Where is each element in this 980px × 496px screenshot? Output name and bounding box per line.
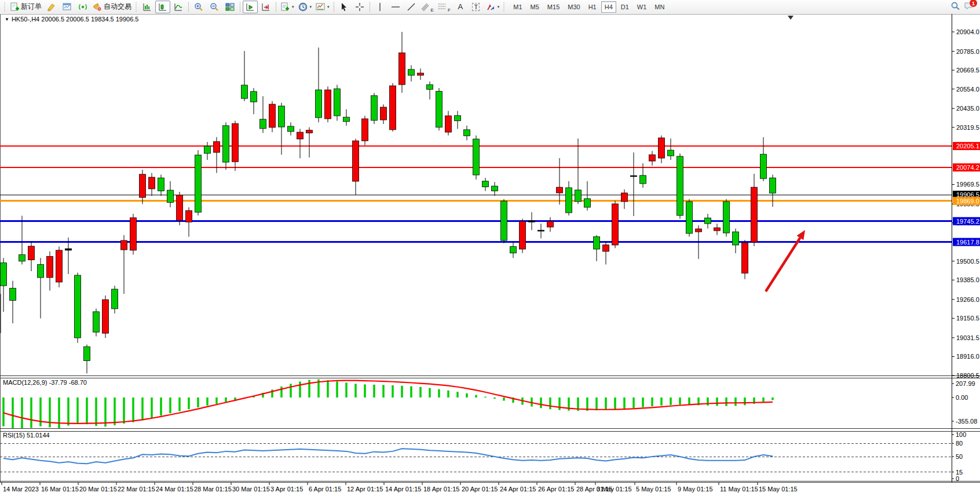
macd-bar (429, 388, 431, 397)
candle (436, 88, 443, 130)
price-tick-label: 19969.5 (956, 181, 979, 188)
macd-bar (354, 384, 357, 397)
text-tool-button[interactable]: A (453, 1, 468, 13)
chevron-down-icon: ▾ (327, 5, 330, 9)
macd-bar (160, 397, 162, 415)
cursor-button[interactable] (337, 1, 352, 13)
fibonacci-tool-button[interactable]: F (436, 1, 452, 13)
chart-shift-button[interactable] (258, 1, 273, 13)
macd-bar (734, 397, 737, 406)
candle (723, 199, 730, 237)
symbol-dropdown-icon[interactable]: ▼ (5, 17, 9, 22)
macd-bar (475, 395, 477, 397)
auto-scroll-button[interactable] (243, 1, 258, 13)
timeframe-m15[interactable]: M15 (544, 1, 563, 13)
chart-window-button[interactable] (60, 1, 75, 13)
macd-bar (336, 381, 338, 397)
channel-tool-button[interactable]: E (419, 1, 436, 13)
candle (195, 150, 202, 216)
timeframe-m5[interactable]: M5 (527, 1, 543, 13)
macd-bar (382, 385, 385, 397)
macd-bar (178, 397, 181, 411)
chart-plot[interactable]: 20904.020785.020669.520554.020435.020319… (0, 13, 980, 496)
macd-bar (716, 397, 718, 406)
template-icon (316, 2, 325, 12)
zoom-in-icon (194, 2, 203, 12)
macd-bar (762, 397, 765, 402)
time-label: 3 May 01:15 (597, 486, 632, 493)
trendline-tool-button[interactable] (404, 1, 419, 13)
zoom-in-button[interactable] (191, 1, 206, 13)
macd-bar (30, 397, 32, 428)
price-line-label: 20074.2 (956, 164, 979, 171)
macd-bar (392, 385, 394, 397)
candle (334, 85, 341, 121)
label-tool-button[interactable]: T (469, 1, 484, 13)
toolbar-right-group: 1 (950, 1, 978, 13)
macd-bar (132, 397, 134, 422)
zoom-out-button[interactable] (207, 1, 222, 13)
macd-bar (67, 397, 70, 425)
signal-button[interactable] (75, 1, 90, 13)
toolbar-separator (240, 2, 240, 12)
clock-icon (298, 2, 308, 12)
macd-bar (707, 397, 709, 406)
timeframe-d1[interactable]: D1 (617, 1, 632, 13)
vertical-line-icon (376, 2, 384, 12)
candle (371, 93, 378, 124)
time-label: 3 Apr 01:15 (270, 486, 303, 493)
highlighter-button[interactable] (44, 1, 59, 13)
notifications-button[interactable]: 1 (964, 1, 974, 12)
periods-button[interactable]: ▾ (297, 1, 314, 13)
vertical-line-tool-button[interactable] (372, 1, 387, 13)
macd-bar (188, 397, 190, 409)
tile-windows-button[interactable] (222, 1, 237, 13)
horizontal-line-tool-button[interactable] (388, 1, 403, 13)
arrows-tool-button[interactable]: ▾ (484, 1, 502, 13)
chevron-down-icon: ▾ (310, 5, 312, 9)
timeframe-m1[interactable]: M1 (510, 1, 525, 13)
macd-bar (215, 397, 218, 404)
timeframe-mn[interactable]: MN (651, 1, 668, 13)
auto-trading-button[interactable]: 自动交易 (91, 1, 133, 13)
search-icon[interactable] (950, 1, 960, 13)
macd-bar (503, 397, 505, 401)
price-tick-label: 19500.5 (956, 258, 979, 265)
line-chart-type-button[interactable] (171, 1, 186, 13)
chart-window-icon (63, 2, 72, 12)
time-label: 9 May 01:15 (678, 486, 713, 493)
price-tick-label: 19266.0 (956, 296, 979, 303)
macd-bar (632, 397, 635, 408)
candlestick-chart-type-button[interactable] (155, 1, 170, 13)
timeframe-h1[interactable]: H1 (585, 1, 600, 13)
macd-bar (12, 397, 14, 428)
time-label: 24 Apr 01:15 (500, 486, 536, 493)
macd-bar (345, 382, 348, 397)
macd-bar (419, 387, 422, 397)
macd-bar (225, 397, 227, 402)
indicators-button[interactable]: ▾ (279, 1, 296, 13)
auto-trading-label: 自动交易 (104, 2, 131, 12)
bar-chart-type-button[interactable] (140, 1, 155, 13)
macd-bar (456, 392, 459, 397)
macd-bar (484, 397, 487, 397)
candle (742, 240, 748, 279)
chart-canvas[interactable]: 20904.020785.020669.520554.020435.020319… (0, 13, 980, 496)
macd-bar (558, 397, 561, 410)
candle (686, 199, 693, 237)
rsi-scale-label: 80 (956, 440, 963, 447)
toolbar-separator (370, 2, 370, 12)
rsi-scale-label: 50 (956, 453, 963, 460)
toolbar-grip (3, 2, 6, 12)
timeframe-h4[interactable]: H4 (601, 1, 616, 13)
new-order-button[interactable]: 新订单 (8, 1, 43, 13)
timeframe-m30[interactable]: M30 (564, 1, 583, 13)
macd-bar (151, 397, 153, 418)
crosshair-button[interactable] (352, 1, 367, 13)
time-label: 24 Mar 01:15 (156, 486, 193, 493)
price-line-label: 20205.1 (956, 143, 979, 149)
timeframe-w1[interactable]: W1 (634, 1, 650, 13)
macd-bar (86, 397, 88, 424)
candle (177, 192, 183, 225)
templates-button[interactable]: ▾ (314, 1, 331, 13)
